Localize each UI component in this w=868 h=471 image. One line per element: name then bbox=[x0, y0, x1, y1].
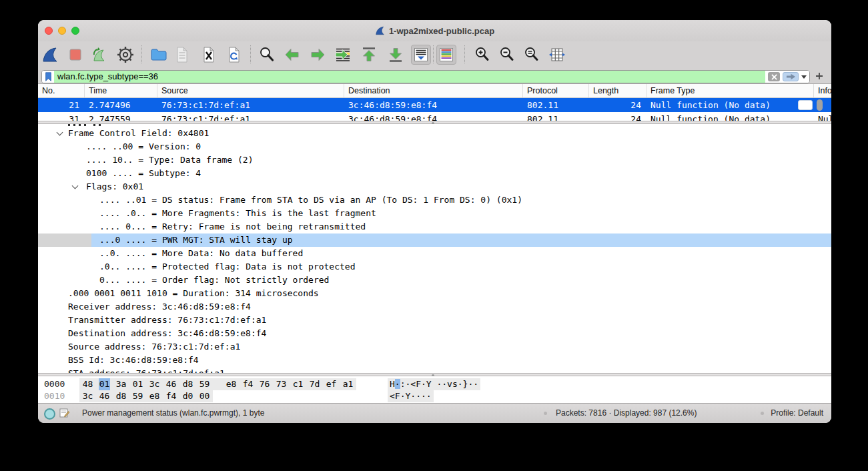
detail-line[interactable]: ..0. .... = More Data: No data buffered bbox=[38, 247, 831, 260]
packet-list: No. Time Source Destination Protocol Len… bbox=[38, 84, 831, 121]
scrollbar-thumb[interactable] bbox=[817, 99, 823, 111]
close-window-button[interactable] bbox=[45, 27, 53, 35]
find-packet-button[interactable] bbox=[257, 45, 277, 65]
reload-file-button[interactable] bbox=[224, 45, 244, 65]
traffic-lights bbox=[45, 27, 79, 35]
save-file-button[interactable] bbox=[172, 45, 192, 65]
filter-bookmark-icon[interactable] bbox=[42, 71, 54, 83]
arrow-left-icon bbox=[284, 46, 301, 63]
save-file-icon bbox=[173, 46, 191, 63]
cell-length: 24 bbox=[589, 112, 646, 121]
minimize-window-button[interactable] bbox=[58, 27, 66, 35]
detail-line[interactable]: Receiver address: 3c:46:d8:59:e8:f4 bbox=[38, 300, 831, 314]
detail-line[interactable]: Destination address: 3c:46:d8:59:e8:f4 bbox=[38, 327, 831, 340]
zoom-out-button[interactable] bbox=[497, 45, 517, 65]
column-header-frame-type[interactable]: Frame Type bbox=[646, 84, 814, 97]
expert-info-button[interactable] bbox=[44, 408, 55, 420]
zoom-reset-button[interactable] bbox=[522, 45, 542, 65]
start-capture-button[interactable] bbox=[40, 45, 60, 65]
cell-length: 24 bbox=[589, 98, 646, 112]
previous-packet-button[interactable] bbox=[282, 45, 302, 65]
auto-scroll-toggle[interactable] bbox=[411, 45, 431, 65]
reload-file-icon bbox=[226, 46, 243, 63]
detail-line[interactable]: .... .0.. = More Fragments: This is the … bbox=[38, 207, 831, 220]
packet-details-pane: Frame Control Field: 0x4801 .... ..00 = … bbox=[38, 124, 831, 373]
filter-dropdown-icon[interactable] bbox=[801, 75, 807, 79]
ascii-column: <F·Y···· bbox=[388, 390, 434, 402]
zoom-in-icon bbox=[474, 46, 491, 63]
detail-line[interactable]: 0... .... = Order flag: Not strictly ord… bbox=[38, 274, 831, 287]
filter-toolbar: wlan.fc.type_subtype==36 bbox=[38, 68, 831, 84]
column-header-protocol[interactable]: Protocol bbox=[523, 84, 589, 97]
toolbar-separator bbox=[464, 45, 465, 63]
column-header-time[interactable]: Time bbox=[85, 84, 157, 97]
next-packet-button[interactable] bbox=[308, 45, 328, 65]
wireshark-window: 1-wpa2mixed-public.pcap wlan.fc.type_ bbox=[38, 20, 831, 423]
first-packet-button[interactable] bbox=[359, 45, 379, 65]
column-header-length[interactable]: Length bbox=[589, 84, 646, 97]
highlighted-ascii: · bbox=[395, 379, 400, 389]
title-area: 1-wpa2mixed-public.pcap bbox=[38, 20, 831, 41]
detail-line[interactable]: Source address: 76:73:c1:7d:ef:a1 bbox=[38, 340, 831, 354]
cell-time: 2.747496 bbox=[85, 98, 157, 112]
detail-line[interactable]: Flags: 0x01 bbox=[38, 180, 831, 193]
detail-line[interactable]: .... ..01 = DS status: Frame from STA to… bbox=[38, 193, 831, 207]
zoom-window-button[interactable] bbox=[71, 27, 79, 35]
detail-line[interactable]: .... 0... = Retry: Frame is not being re… bbox=[38, 220, 831, 233]
detail-line[interactable]: .... ..00 = Version: 0 bbox=[38, 140, 831, 153]
restart-capture-button[interactable] bbox=[89, 45, 109, 65]
detail-line[interactable]: .0.. .... = Protected flag: Data is not … bbox=[38, 260, 831, 274]
filter-clear-button[interactable] bbox=[768, 72, 780, 81]
hex-offset: 0010 bbox=[44, 390, 65, 402]
colorize-toggle[interactable] bbox=[436, 45, 456, 65]
hex-row[interactable]: 0000 48013a013c46d859e8f47673c17defa1 H·… bbox=[38, 378, 831, 390]
go-to-bottom-icon bbox=[387, 46, 404, 63]
scrollbar-track[interactable] bbox=[798, 100, 813, 110]
profile-button[interactable]: Profile: Default bbox=[771, 404, 823, 422]
detail-line[interactable]: Transmitter address: 76:73:c1:7d:ef:a1 bbox=[38, 314, 831, 327]
go-to-packet-button[interactable] bbox=[333, 45, 353, 65]
close-file-button[interactable] bbox=[199, 45, 219, 65]
packet-row-selected[interactable]: 21 2.747496 76:73:c1:7d:ef:a1 3c:46:d8:5… bbox=[38, 98, 831, 112]
last-packet-button[interactable] bbox=[386, 45, 406, 65]
hex-offset: 0000 bbox=[44, 378, 65, 390]
detail-line[interactable]: STA address: 76:73:c1:7d:ef:a1 bbox=[38, 367, 831, 373]
detail-line-selected[interactable]: ...0 .... = PWR MGT: STA will stay up bbox=[38, 233, 831, 247]
packet-bytes-pane: 0000 48013a013c46d859e8f47673c17defa1 H·… bbox=[38, 376, 831, 403]
highlighted-byte: 01 bbox=[99, 378, 110, 390]
column-header-no[interactable]: No. bbox=[38, 84, 85, 97]
chevron-down-icon[interactable] bbox=[57, 129, 63, 136]
packet-list-header[interactable]: No. Time Source Destination Protocol Len… bbox=[38, 84, 831, 98]
stop-capture-button[interactable] bbox=[65, 45, 85, 65]
folder-icon bbox=[150, 46, 167, 63]
capture-comment-button[interactable] bbox=[59, 408, 70, 418]
resize-columns-button[interactable] bbox=[547, 45, 567, 65]
column-header-info[interactable]: Info bbox=[814, 84, 831, 97]
detail-line[interactable]: 0100 .... = Subtype: 4 bbox=[38, 167, 831, 180]
title-bar[interactable]: 1-wpa2mixed-public.pcap bbox=[38, 20, 831, 41]
cell-frame-type: Null function (No data) bbox=[646, 98, 814, 112]
hex-row[interactable]: 0010 3c46d859e8f4d000 <F·Y···· bbox=[38, 390, 831, 402]
packet-row[interactable]: 31 2.747559 76:73:c1:7d:ef:a1 3c:46:d8:5… bbox=[38, 112, 831, 121]
detail-line[interactable]: .000 0001 0011 1010 = Duration: 314 micr… bbox=[38, 287, 831, 300]
detail-line[interactable]: .... 10.. = Type: Data frame (2) bbox=[38, 153, 831, 167]
filter-apply-button[interactable] bbox=[783, 72, 799, 81]
capture-options-button[interactable] bbox=[115, 45, 135, 65]
column-header-source[interactable]: Source bbox=[157, 84, 344, 97]
desktop-background: 1-wpa2mixed-public.pcap wlan.fc.type_ bbox=[0, 0, 868, 471]
detail-line[interactable]: BSS Id: 3c:46:d8:59:e8:f4 bbox=[38, 354, 831, 367]
detail-line[interactable]: Frame Control Field: 0x4801 bbox=[38, 127, 831, 140]
chevron-down-icon[interactable] bbox=[72, 183, 79, 189]
display-filter-field[interactable]: wlan.fc.type_subtype==36 bbox=[41, 70, 810, 83]
toolbar-separator bbox=[250, 45, 251, 63]
stop-icon bbox=[67, 46, 84, 63]
zoom-in-button[interactable] bbox=[472, 45, 492, 65]
cell-source: 76:73:c1:7d:ef:a1 bbox=[157, 98, 344, 112]
wireshark-fin-icon bbox=[41, 46, 59, 63]
window-title: 1-wpa2mixed-public.pcap bbox=[389, 26, 494, 36]
add-filter-button[interactable] bbox=[814, 71, 825, 81]
open-file-button[interactable] bbox=[149, 45, 169, 65]
filter-input[interactable]: wlan.fc.type_subtype==36 bbox=[54, 71, 765, 83]
cell-time: 2.747559 bbox=[85, 112, 157, 121]
column-header-destination[interactable]: Destination bbox=[344, 84, 523, 97]
